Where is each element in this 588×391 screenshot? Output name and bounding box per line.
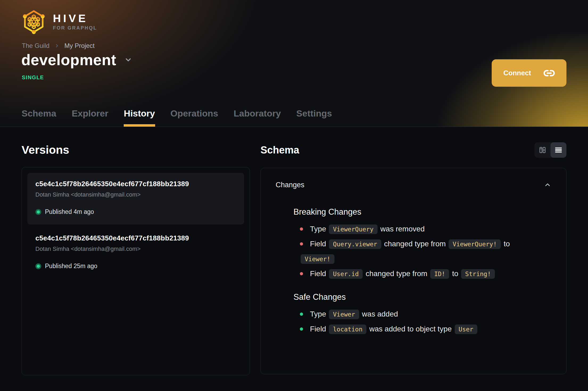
version-status-text: Published 4m ago: [45, 208, 94, 215]
logo-title: HIVE: [53, 13, 97, 24]
code-badge: location: [329, 325, 366, 334]
code-badge: ViewerQuery: [329, 224, 377, 234]
code-badge: Viewer!: [301, 254, 334, 264]
change-item: Type Viewer was added: [300, 307, 543, 322]
connect-button-label: Connect: [503, 69, 531, 77]
link-icon: [544, 69, 555, 78]
version-card[interactable]: c5e4c1c5f78b26465350e4ecf677cf188bb21389…: [27, 173, 244, 224]
changes-body: Breaking Changes Type ViewerQuery was re…: [261, 207, 566, 347]
main-content: Versions c5e4c1c5f78b26465350e4ecf677cf1…: [0, 127, 588, 375]
chevron-right-icon: [54, 43, 60, 48]
version-status: Published 4m ago: [35, 208, 236, 215]
published-dot-icon: [35, 263, 41, 269]
code-badge: ID!: [430, 269, 449, 279]
breadcrumb-org[interactable]: The Guild: [22, 42, 49, 49]
breaking-bullet-icon: [300, 227, 303, 231]
version-card[interactable]: c5e4c1c5f78b26465350e4ecf677cf188bb21389…: [27, 227, 244, 279]
versions-column: Versions c5e4c1c5f78b26465350e4ecf677cf1…: [22, 127, 250, 375]
version-author: Dotan Simha <dotansimha@gmail.com>: [35, 191, 236, 198]
change-item: Field location was added to object type …: [300, 322, 543, 336]
breaking-changes-list: Type ViewerQuery was removedField Query.…: [300, 222, 543, 281]
versions-panel: c5e4c1c5f78b26465350e4ecf677cf188bb21389…: [22, 167, 250, 375]
page-header: HIVE FOR GRAPHQL The Guild My Project de…: [0, 0, 588, 127]
version-status: Published 25m ago: [35, 263, 236, 270]
tab-bar: SchemaExplorerHistoryOperationsLaborator…: [22, 108, 332, 127]
change-item: Type ViewerQuery was removed: [300, 222, 543, 236]
code-badge: Query.viewer: [329, 239, 381, 249]
version-status-text: Published 25m ago: [45, 263, 97, 270]
safe-bullet-icon: [300, 327, 303, 331]
safe-bullet-icon: [300, 313, 303, 316]
columns-view-button[interactable]: [535, 142, 550, 158]
published-dot-icon: [35, 209, 41, 215]
chevron-up-icon: [544, 181, 551, 189]
schema-column: Schema: [260, 127, 566, 375]
hive-logo[interactable]: HIVE FOR GRAPHQL: [22, 9, 97, 34]
target-type-badge: SINGLE: [22, 74, 44, 81]
code-badge: User: [455, 325, 477, 334]
chevron-down-icon: [124, 56, 132, 64]
change-item: Field User.id changed type from ID! to S…: [300, 266, 543, 281]
target-name: development: [21, 51, 116, 69]
logo-subtitle: FOR GRAPHQL: [53, 26, 97, 30]
tab-schema[interactable]: Schema: [22, 108, 56, 127]
tab-explorer[interactable]: Explorer: [72, 108, 108, 127]
connect-button[interactable]: Connect: [492, 59, 566, 87]
code-badge: Viewer: [329, 310, 359, 319]
version-hash: c5e4c1c5f78b26465350e4ecf677cf188bb21389: [35, 180, 236, 188]
tab-laboratory[interactable]: Laboratory: [234, 108, 281, 127]
target-selector[interactable]: development: [21, 51, 132, 69]
change-item: Field Query.viewer changed type from Vie…: [300, 236, 543, 266]
breadcrumb-project[interactable]: My Project: [64, 42, 94, 49]
version-hash: c5e4c1c5f78b26465350e4ecf677cf188bb21389: [35, 234, 236, 242]
breadcrumb: The Guild My Project: [22, 42, 94, 49]
versions-title: Versions: [22, 143, 250, 156]
safe-changes-title: Safe Changes: [293, 292, 550, 302]
version-author: Dotan Simha <dotansimha@gmail.com>: [35, 246, 236, 252]
tab-history[interactable]: History: [124, 108, 155, 127]
breaking-changes-title: Breaking Changes: [293, 207, 550, 217]
safe-changes-list: Type Viewer was addedField location was …: [300, 307, 543, 336]
schema-title: Schema: [260, 144, 299, 156]
columns-icon: [538, 146, 547, 154]
breaking-bullet-icon: [300, 272, 303, 275]
schema-changes-panel: Changes Breaking Changes Type ViewerQuer…: [260, 168, 566, 374]
changes-collapse-header[interactable]: Changes: [261, 168, 566, 196]
view-toggle: [535, 142, 566, 158]
code-badge: ViewerQuery!: [449, 239, 501, 249]
list-view-button[interactable]: [550, 142, 566, 158]
code-badge: User.id: [329, 269, 363, 279]
tab-operations[interactable]: Operations: [171, 108, 218, 127]
list-icon: [554, 146, 563, 154]
changes-label: Changes: [276, 181, 304, 189]
code-badge: String!: [461, 269, 495, 279]
tab-settings[interactable]: Settings: [296, 108, 332, 127]
hive-logo-icon: [22, 9, 46, 34]
breaking-bullet-icon: [300, 242, 303, 246]
